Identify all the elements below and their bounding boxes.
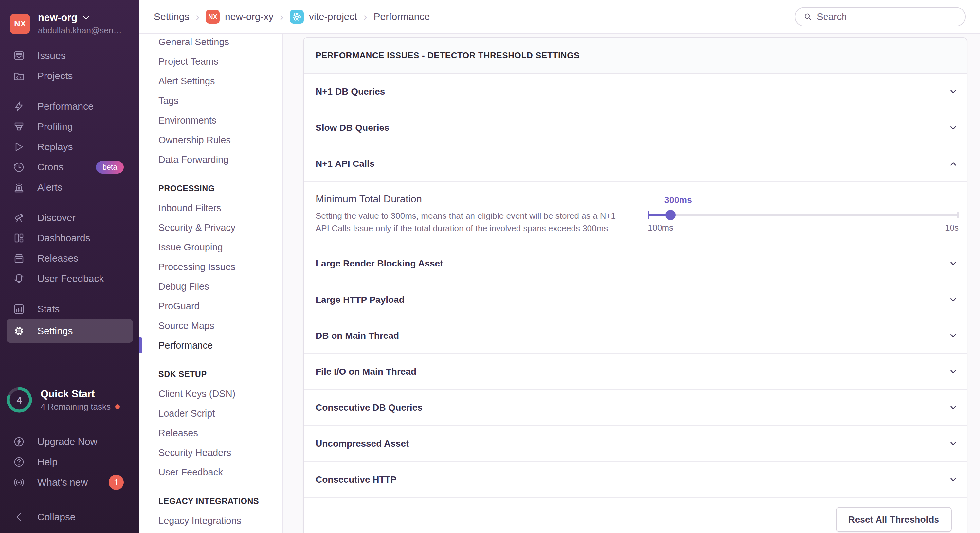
subnav-item-performance[interactable]: Performance xyxy=(140,335,282,355)
search-input[interactable] xyxy=(817,11,957,22)
accordion-row-consecutive-http[interactable]: Consecutive HTTP xyxy=(304,462,967,497)
profiling-icon xyxy=(13,121,25,132)
accordion-row-consecutive-db-queries[interactable]: Consecutive DB Queries xyxy=(304,389,967,425)
breadcrumb-organization[interactable]: NX new-org-xy xyxy=(206,10,273,24)
sidebar-item-dashboards[interactable]: Dashboards xyxy=(0,228,140,248)
accordion-row-large-http-payload[interactable]: Large HTTP Payload xyxy=(304,282,967,317)
subnav-item-loader-script[interactable]: Loader Script xyxy=(140,403,282,423)
sidebar-item-alerts[interactable]: Alerts xyxy=(0,177,140,198)
crons-icon xyxy=(13,161,25,173)
org-switcher[interactable]: NX new-org abdullah.khan@sen… xyxy=(0,0,140,46)
sidebar-item-discover[interactable]: Discover xyxy=(0,208,140,228)
subnav-header-processing: PROCESSING xyxy=(140,179,282,198)
subnav-item-proguard[interactable]: ProGuard xyxy=(140,296,282,316)
slider-track[interactable] xyxy=(648,209,959,220)
chevron-down-icon xyxy=(948,295,958,305)
whats-new-badge: 1 xyxy=(109,475,124,490)
sidebar-item-label: Performance xyxy=(37,101,94,112)
org-user-email: abdullah.khan@sen… xyxy=(38,25,122,36)
sidebar-item-label: Profiling xyxy=(37,121,73,132)
sidebar-item-label: User Feedback xyxy=(37,273,104,284)
sidebar-item-label: Crons xyxy=(37,162,64,173)
chevron-down-icon xyxy=(948,331,958,341)
projects-icon xyxy=(13,70,25,82)
org-chip-icon: NX xyxy=(206,10,220,24)
dashboards-icon xyxy=(13,232,25,244)
performance-icon xyxy=(13,100,25,112)
sidebar-item-label: Issues xyxy=(37,50,66,61)
subnav-item-data-forwarding[interactable]: Data Forwarding xyxy=(140,150,282,170)
subnav-header-sdk-setup: SDK SETUP xyxy=(140,364,282,384)
reset-all-thresholds-button[interactable]: Reset All Thresholds xyxy=(836,507,951,532)
subnav-item-client-keys[interactable]: Client Keys (DSN) xyxy=(140,384,282,403)
subnav-item-tags[interactable]: Tags xyxy=(140,91,282,111)
detector-threshold-panel: PERFORMANCE ISSUES - DETECTOR THRESHOLD … xyxy=(303,37,967,533)
beta-badge: beta xyxy=(96,161,124,174)
chevron-down-icon xyxy=(948,403,958,412)
subnav-item-environments[interactable]: Environments xyxy=(140,111,282,130)
search-icon xyxy=(803,12,812,22)
sidebar-item-releases[interactable]: Releases xyxy=(0,248,140,268)
sidebar-item-projects[interactable]: Projects xyxy=(0,66,140,86)
accordion-row-uncompressed-asset[interactable]: Uncompressed Asset xyxy=(304,425,967,462)
sidebar-item-label: Releases xyxy=(37,253,78,264)
accordion-row-db-on-main-thread[interactable]: DB on Main Thread xyxy=(304,317,967,354)
quick-start-progress-ring: 4 xyxy=(6,387,33,413)
sidebar-item-upgrade-now[interactable]: Upgrade Now xyxy=(0,431,140,452)
search-box[interactable] xyxy=(795,7,966,27)
broadcast-icon xyxy=(13,476,25,488)
sidebar-item-label: Settings xyxy=(37,325,73,336)
sidebar-item-settings[interactable]: Settings xyxy=(6,319,133,343)
threshold-setting-label: Minimum Total Duration xyxy=(315,193,630,205)
subnav-item-alert-settings[interactable]: Alert Settings xyxy=(140,71,282,91)
issues-icon xyxy=(13,50,25,62)
sidebar-item-collapse[interactable]: Collapse xyxy=(0,507,140,527)
subnav-item-issue-grouping[interactable]: Issue Grouping xyxy=(140,237,282,257)
subnav-item-debug-files[interactable]: Debug Files xyxy=(140,277,282,296)
quick-start-panel[interactable]: 4 Quick Start 4 Remaining tasks xyxy=(0,387,140,413)
accordion-row-slow-db-queries[interactable]: Slow DB Queries xyxy=(304,109,967,146)
breadcrumb-performance[interactable]: Performance xyxy=(374,11,430,22)
breadcrumb-project[interactable]: vite-project xyxy=(290,10,357,24)
breadcrumb-settings[interactable]: Settings xyxy=(154,11,189,22)
subnav-item-legacy-integrations[interactable]: Legacy Integrations xyxy=(140,511,282,530)
sidebar-item-replays[interactable]: Replays xyxy=(0,137,140,157)
accordion-row-n1-db-queries[interactable]: N+1 DB Queries xyxy=(304,74,967,109)
quick-start-subtitle: 4 Remaining tasks xyxy=(41,402,111,412)
sidebar-item-label: What's new xyxy=(37,477,88,488)
sidebar-item-label: Dashboards xyxy=(37,233,90,244)
sidebar-item-profiling[interactable]: Profiling xyxy=(0,116,140,137)
subnav-item-security-privacy[interactable]: Security & Privacy xyxy=(140,218,282,237)
app-root: NX new-org abdullah.khan@sen… Issues Pro… xyxy=(0,0,980,533)
sidebar-item-label: Upgrade Now xyxy=(37,436,97,447)
chevron-down-icon xyxy=(948,259,958,268)
accordion-row-file-io-on-main-thread[interactable]: File I/O on Main Thread xyxy=(304,354,967,389)
subnav-item-ownership-rules[interactable]: Ownership Rules xyxy=(140,130,282,150)
sidebar-item-help[interactable]: Help xyxy=(0,452,140,472)
pending-dot xyxy=(115,405,120,409)
slider-thumb[interactable] xyxy=(665,210,676,220)
chevron-down-icon xyxy=(948,87,958,97)
subnav-item-user-feedback[interactable]: User Feedback xyxy=(140,462,282,482)
chevron-down-icon xyxy=(948,123,958,133)
n1-api-calls-detail: Minimum Total Duration Setting the value… xyxy=(304,181,967,246)
replays-icon xyxy=(13,141,25,153)
subnav-item-inbound-filters[interactable]: Inbound Filters xyxy=(140,198,282,218)
accordion-row-large-render-blocking-asset[interactable]: Large Render Blocking Asset xyxy=(304,246,967,282)
subnav-item-project-teams[interactable]: Project Teams xyxy=(140,52,282,71)
breadcrumb: Settings › NX new-org-xy › xyxy=(154,10,430,24)
react-project-icon xyxy=(290,10,304,24)
subnav-item-releases[interactable]: Releases xyxy=(140,423,282,443)
user-feedback-icon xyxy=(13,273,25,284)
sidebar-item-whats-new[interactable]: What's new 1 xyxy=(0,472,140,492)
sidebar-item-user-feedback[interactable]: User Feedback xyxy=(0,268,140,289)
subnav-item-general-settings[interactable]: General Settings xyxy=(140,34,282,52)
subnav-item-processing-issues[interactable]: Processing Issues xyxy=(140,257,282,277)
sidebar-item-crons[interactable]: Crons beta xyxy=(0,157,140,177)
sidebar-item-stats[interactable]: Stats xyxy=(0,299,140,319)
sidebar-item-performance[interactable]: Performance xyxy=(0,96,140,116)
sidebar-item-issues[interactable]: Issues xyxy=(0,46,140,66)
subnav-item-security-headers[interactable]: Security Headers xyxy=(140,443,282,462)
subnav-item-source-maps[interactable]: Source Maps xyxy=(140,316,282,335)
accordion-row-n1-api-calls[interactable]: N+1 API Calls xyxy=(304,146,967,181)
